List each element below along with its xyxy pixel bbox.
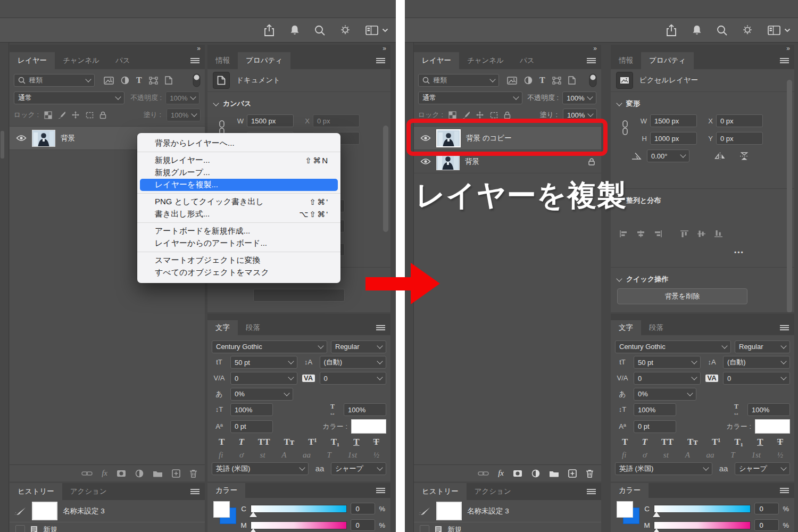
subscript-button[interactable]: T₁ [735,437,743,447]
small-caps-button[interactable]: Tт [284,437,295,447]
align-left-icon[interactable] [619,230,628,238]
faux-bold-button[interactable]: T [219,437,225,447]
tsume-select[interactable]: 0% [230,388,293,401]
filter-smart-objects-icon[interactable] [165,76,172,85]
lock-position-move-icon[interactable] [71,111,80,119]
cyan-value-field[interactable]: 0 [754,503,779,514]
all-caps-button[interactable]: TT [258,437,270,447]
magenta-value-field[interactable]: 0 [754,519,779,531]
tab-character[interactable]: 文字 [611,320,641,335]
vertical-scale-field[interactable]: 100% [634,403,676,416]
history-source-checkbox[interactable] [15,525,25,532]
collapse-panel-icon[interactable]: » [593,45,597,52]
language-select[interactable]: 英語 (米国) [212,462,309,475]
quick-actions-section-header[interactable]: クイック操作 [611,275,675,284]
titling-alternates-button[interactable]: T [327,451,331,460]
foreground-color-swatch[interactable] [213,501,230,518]
new-layer-icon[interactable] [568,469,577,478]
strikethrough-button[interactable]: T [777,437,783,447]
opacity-value[interactable]: 100% [165,92,200,104]
canvas-x-field[interactable]: 0 px [313,114,360,127]
filter-adjustment-layers-icon[interactable] [121,76,129,85]
lock-position-move-icon[interactable] [476,111,484,119]
dock-scroll-thumb[interactable] [1,131,4,159]
font-size-select[interactable]: 50 pt [634,356,701,369]
standard-ligatures-button[interactable]: fi [622,451,626,460]
anti-alias-select[interactable]: シャープ [735,462,790,475]
tab-actions[interactable]: アクション [62,483,115,500]
tab-channels[interactable]: チャンネル [55,52,107,69]
link-layers-icon[interactable] [81,470,93,477]
delete-layer-trash-icon[interactable] [586,469,594,478]
share-icon[interactable] [263,24,275,37]
baseline-shift-field[interactable]: 0 pt [634,420,676,433]
align-top-icon[interactable] [680,230,689,238]
panel-menu-icon[interactable] [376,325,385,330]
tracking-select[interactable]: 0 [723,372,790,385]
discover-lightbulb-icon[interactable] [339,24,351,36]
tab-layers[interactable]: レイヤー [10,52,55,69]
stylistic-alternates-button[interactable]: aa [303,451,311,460]
lock-pixels-brush-icon[interactable] [57,111,66,119]
tab-color[interactable]: カラー [611,483,649,498]
fill-value[interactable]: 100% [167,109,201,121]
history-source-checkbox[interactable] [420,525,429,532]
font-family-select[interactable]: Century Gothic [615,340,731,353]
align-center-horizontal-icon[interactable] [636,230,645,238]
text-color-swatch[interactable] [351,419,386,434]
panel-menu-icon[interactable] [376,488,385,493]
opacity-value[interactable]: 100% [562,92,596,104]
stylistic-alternates-button[interactable]: aa [706,451,714,460]
new-adjustment-layer-icon[interactable] [531,469,540,478]
menu-item-convert-smart-object[interactable]: スマートオブジェクトに変換 [137,254,340,267]
font-family-select[interactable]: Century Gothic [212,340,327,353]
layer-height-field[interactable]: 1000 px [650,132,697,145]
flip-horizontal-icon[interactable] [714,152,726,160]
filter-shape-layers-icon[interactable] [552,77,561,85]
filter-toggle-switch[interactable] [589,73,597,87]
blend-mode-select[interactable]: 通常 [418,92,522,104]
collapse-panel-icon[interactable]: » [786,45,790,52]
workspace-switcher-icon[interactable] [365,26,388,35]
lock-all-icon[interactable] [504,111,511,119]
swash-button[interactable]: A [281,451,286,460]
align-middle-vertical-icon[interactable] [697,230,706,238]
add-layer-mask-icon[interactable] [117,470,126,477]
lock-artboard-icon[interactable] [85,111,94,119]
magenta-slider-knob[interactable] [653,528,660,532]
tab-info[interactable]: 情報 [207,52,238,69]
cyan-slider[interactable] [251,505,347,513]
menu-item-layer-from-background[interactable]: 背景からレイヤーへ... [137,137,340,149]
new-adjustment-layer-icon[interactable] [135,469,144,478]
search-icon[interactable] [314,25,325,36]
text-color-swatch[interactable] [755,419,790,434]
tab-history[interactable]: ヒストリー [414,483,467,500]
cyan-value-field[interactable]: 0 [351,503,375,514]
share-icon[interactable] [666,24,677,37]
new-group-folder-icon[interactable] [153,470,163,477]
filter-smart-objects-icon[interactable] [568,76,576,85]
visibility-eye-icon[interactable] [16,135,27,142]
layer-thumbnail[interactable] [32,130,55,147]
panel-menu-icon[interactable] [587,489,596,494]
tab-character[interactable]: 文字 [207,320,238,335]
menu-item-mask-all-objects[interactable]: すべてのオブジェクトをマスク [137,267,340,279]
faux-italic-button[interactable]: T [238,437,244,447]
lock-pixels-brush-icon[interactable] [462,111,470,119]
discretionary-ligatures-button[interactable]: st [663,451,669,460]
link-dimensions-icon[interactable] [621,120,629,136]
tab-history[interactable]: ヒストリー [10,483,62,500]
notifications-bell-icon[interactable] [692,24,702,36]
font-size-select[interactable]: 50 pt [230,356,297,369]
magenta-value-field[interactable]: 0 [351,519,375,531]
language-select[interactable]: 英語 (米国) [615,462,712,475]
tab-channels[interactable]: チャンネル [459,52,512,69]
menu-item-new-layer[interactable]: 新規レイヤー...⇧⌘N [137,154,340,167]
layer-y-field[interactable]: 0 px [716,132,763,145]
small-caps-button[interactable]: Tт [687,437,698,447]
leading-select[interactable]: (自動) [723,356,790,369]
properties-scrollbar[interactable] [383,126,388,232]
lock-all-icon[interactable] [99,111,106,119]
layer-effects-fx-icon[interactable]: fx [102,469,107,478]
kerning-select[interactable]: 0 [230,372,297,385]
